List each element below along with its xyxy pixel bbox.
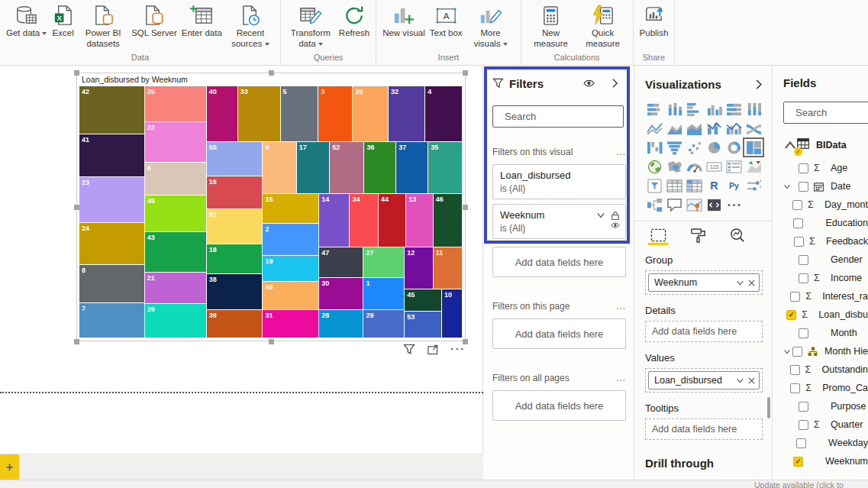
treemap-tile-24[interactable]: 24 [79,223,145,264]
more-options-icon[interactable]: ··· [450,343,466,355]
filter-card-weeknum[interactable]: Weeknumis (All) [492,204,626,239]
treemap-tile-33[interactable]: 33 [238,86,281,142]
more-visuals-button[interactable]: More visuals [465,2,517,50]
field-row-interest-ra[interactable]: ΣInterest_ra [783,287,868,305]
field-checkbox-month-hie[interactable] [792,347,802,357]
format-tab[interactable] [686,226,709,244]
field-row-age[interactable]: ΣAge [783,159,868,177]
filter-drop-zone[interactable]: Add data fields here [492,390,626,421]
table-node-bidata[interactable]: ✓BIData [783,137,868,153]
field-pill-weeknum[interactable]: Weeknum [648,273,760,292]
treemap-tile-1[interactable]: 1 [363,278,405,310]
treemap-tile-29[interactable]: 29 [363,310,405,338]
filter-drop-zone[interactable]: Add data fields here [492,318,626,349]
remove-field-icon[interactable] [747,377,756,385]
update-available-text[interactable]: Update available (click to [754,480,844,488]
treemap-tile-4[interactable]: 4 [425,86,463,142]
stacked-bar-chart-icon[interactable] [645,101,663,118]
field-checkbox-education[interactable] [793,218,803,228]
field-pill-loan-disbursed[interactable]: Loan_disbursed [648,371,760,389]
field-row-purpose[interactable]: Purpose [783,397,868,415]
field-checkbox-purpose[interactable] [799,402,808,412]
field-checkbox-promo-ca[interactable] [790,383,800,393]
area-chart-icon[interactable] [665,120,683,137]
chevron-down-icon[interactable] [736,279,744,287]
treemap-tile-20[interactable]: 20 [353,86,389,142]
eye-icon[interactable] [583,78,595,89]
filters-search-input[interactable] [505,111,617,122]
treemap-tile-7[interactable]: 7 [79,303,145,338]
field-row-weekday[interactable]: Weekday [783,434,868,452]
transform-data-button[interactable]: Transform data [285,2,337,50]
selection-handle[interactable] [74,339,79,344]
line-and-stacked-column-chart-icon[interactable] [705,120,723,137]
treemap-tile-50[interactable]: 50 [207,142,263,177]
filter-drop-zone[interactable]: Add data fields here [492,247,626,277]
funnel-chart-icon[interactable] [665,139,683,156]
treemap-tile-53[interactable]: 53 [405,312,442,338]
field-checkbox-quarter[interactable] [799,420,808,430]
treemap-tile-14[interactable]: 14 [319,194,350,247]
treemap-tile-35[interactable]: 35 [428,142,463,195]
treemap-tile-19[interactable]: 19 [263,256,319,283]
python-visual-icon[interactable]: Py [724,177,743,194]
treemap-tile-44[interactable]: 44 [379,194,406,247]
treemap-tile-9[interactable]: 9 [263,142,296,195]
q-and-a-icon[interactable] [665,196,683,213]
field-row-date[interactable]: Date [783,177,868,196]
treemap-tile-47[interactable]: 47 [319,247,363,279]
quick-measure-button[interactable]: Quick measure [577,2,629,50]
selection-handle[interactable] [269,339,274,344]
decomposition-tree-icon[interactable] [645,196,663,213]
fields-tab[interactable] [647,226,670,244]
treemap-tile-41[interactable]: 41 [79,134,145,178]
field-row-income[interactable]: ΣIncome [783,269,868,287]
field-checkbox-day-mont[interactable] [792,200,802,210]
treemap-tile-10[interactable]: 10 [442,289,463,338]
chevron-down-icon[interactable] [783,183,791,190]
treemap-tile-28[interactable]: 28 [319,310,363,338]
paginated-report-icon[interactable] [705,196,723,213]
field-row-education[interactable]: Education [783,214,868,232]
analytics-tab[interactable] [726,226,749,244]
field-checkbox-month[interactable] [799,328,808,338]
get-data-button[interactable]: Get data [4,2,49,40]
new-visual-button[interactable]: New visual [380,2,428,40]
chevron-down-icon[interactable] [736,377,744,385]
field-row-promo-ca[interactable]: ΣPromo_Ca [783,379,868,397]
excel-button[interactable]: XExcel [49,2,77,40]
pie-chart-icon[interactable] [705,139,723,156]
new-measure-button[interactable]: New measure [525,2,577,50]
field-checkbox-loan-disbu[interactable]: ✓ [786,310,796,320]
clustered-bar-chart-icon[interactable] [685,101,703,118]
recent-sources-button[interactable]: Recent sources [224,2,276,50]
table-icon[interactable] [665,177,683,194]
treemap-tile-17[interactable]: 17 [297,142,331,195]
line-chart-icon[interactable] [645,120,663,137]
remove-field-icon[interactable] [747,279,756,287]
treemap-tile-3[interactable]: 3 [318,86,353,142]
donut-chart-icon[interactable] [724,139,743,156]
fields-search-input[interactable] [795,107,868,118]
treemap-tile-16[interactable]: 16 [207,176,263,209]
multi-row-card-icon[interactable] [724,158,743,175]
field-checkbox-outstandin[interactable] [790,365,800,375]
treemap-tile-2[interactable]: 2 [263,224,319,256]
selection-handle[interactable] [463,70,468,76]
treemap-tile-34[interactable]: 34 [350,194,379,247]
refresh-button[interactable]: Refresh [337,2,372,40]
treemap-tile-51[interactable]: 51 [207,209,263,244]
treemap-tile-8[interactable]: 8 [79,265,145,303]
ribbon-chart-icon[interactable] [744,120,763,137]
stacked-column-chart-icon[interactable] [665,101,683,118]
treemap-tile-45[interactable]: 45 [405,289,442,312]
field-checkbox-weekday[interactable] [796,438,806,448]
eye-icon[interactable] [611,221,620,230]
field-checkbox-age[interactable] [799,163,808,173]
focus-mode-icon[interactable] [427,344,439,355]
publish-button[interactable]: Publish [637,2,671,40]
selection-handle[interactable] [74,70,79,76]
waterfall-chart-icon[interactable] [645,139,663,156]
power-bi-datasets-button[interactable]: Power BI datasets [77,2,129,50]
arcgis-map-icon[interactable] [685,196,703,213]
